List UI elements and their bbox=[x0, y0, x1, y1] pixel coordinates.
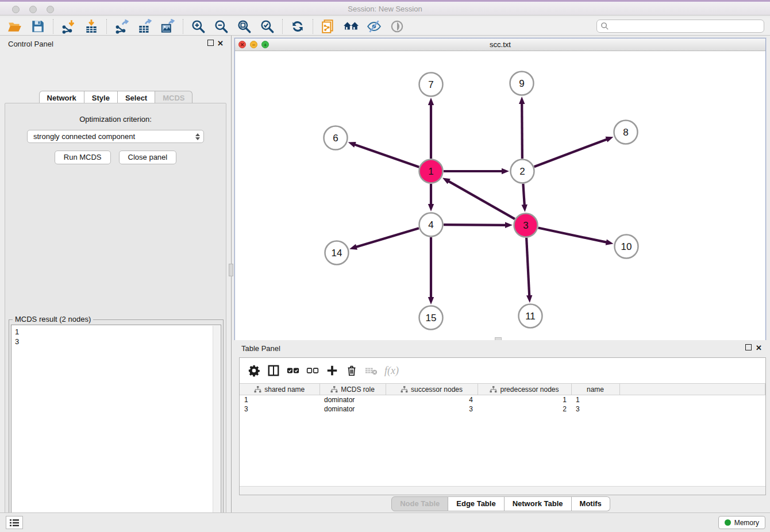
table-cell[interactable]: 3 bbox=[386, 404, 478, 414]
column-header-name[interactable]: name bbox=[571, 384, 619, 395]
show-hidden-eye-icon[interactable] bbox=[388, 18, 406, 34]
create-column-plus-icon[interactable] bbox=[322, 361, 342, 380]
export-image-icon[interactable] bbox=[159, 18, 176, 34]
toolbar-separator bbox=[106, 19, 107, 34]
column-label: name bbox=[587, 385, 604, 394]
node-table-body: 1dominator4113dominator323 bbox=[240, 395, 765, 414]
tab-network-table[interactable]: Network Table bbox=[505, 496, 572, 511]
tab-node-table[interactable]: Node Table bbox=[391, 496, 448, 511]
graph-node-label-2: 2 bbox=[519, 166, 525, 177]
edge-arrowhead bbox=[606, 239, 614, 245]
edge-arrowhead bbox=[442, 178, 451, 184]
export-network-icon[interactable] bbox=[113, 18, 130, 34]
table-cell[interactable]: 3 bbox=[240, 404, 319, 414]
network-canvas[interactable]: 7968124314101511 bbox=[235, 51, 765, 340]
table-row[interactable]: 1dominator411 bbox=[240, 395, 765, 404]
mcds-tab-content: Optimization criterion: strongly connect… bbox=[5, 103, 226, 532]
memory-label: Memory bbox=[734, 519, 759, 527]
table-settings-gear-icon[interactable] bbox=[244, 361, 264, 380]
column-tree-icon bbox=[330, 386, 338, 393]
graph-node-label-10: 10 bbox=[621, 241, 632, 252]
graph-edge-4-3[interactable] bbox=[444, 225, 507, 225]
table-horizontal-scrollbar[interactable] bbox=[240, 486, 765, 495]
zoom-selected-icon[interactable] bbox=[259, 18, 276, 34]
table-cell[interactable]: dominator bbox=[319, 395, 386, 404]
show-all-homes-icon[interactable] bbox=[342, 18, 360, 34]
float-panel-icon[interactable] bbox=[207, 40, 214, 46]
column-header-successor-nodes[interactable]: successor nodes bbox=[386, 384, 478, 395]
node-table-header-row: shared nameMCDS rolesuccessor nodesprede… bbox=[240, 384, 765, 395]
edge-arrowhead bbox=[526, 295, 532, 303]
task-history-button[interactable] bbox=[6, 516, 23, 529]
column-tree-icon bbox=[490, 386, 497, 393]
edge-arrowhead bbox=[519, 97, 525, 104]
import-table-icon[interactable] bbox=[83, 18, 100, 34]
save-session-icon[interactable] bbox=[29, 18, 47, 34]
table-cell[interactable]: 1 bbox=[240, 395, 319, 404]
search-input[interactable] bbox=[609, 22, 764, 30]
graph-edge-3-11[interactable] bbox=[526, 238, 529, 297]
select-all-columns-icon[interactable] bbox=[283, 361, 303, 380]
table-cell[interactable]: 3 bbox=[571, 404, 619, 414]
show-column-panel-icon[interactable] bbox=[264, 361, 283, 380]
table-cell[interactable]: 1 bbox=[478, 395, 571, 404]
graph-node-label-3: 3 bbox=[523, 220, 528, 231]
memory-button[interactable]: Memory bbox=[718, 516, 765, 529]
network-graph: 7968124314101511 bbox=[235, 51, 765, 340]
delete-table-icon-disabled bbox=[361, 361, 381, 380]
float-table-panel-icon[interactable] bbox=[745, 344, 752, 350]
column-header-shared-name[interactable]: shared name bbox=[240, 384, 319, 395]
graph-edge-2-9[interactable] bbox=[522, 102, 522, 159]
graph-edge-3-10[interactable] bbox=[538, 228, 608, 243]
criterion-dropdown[interactable]: strongly connected component bbox=[27, 130, 204, 143]
column-label: successor nodes bbox=[411, 385, 463, 394]
zoom-in-icon[interactable] bbox=[190, 18, 207, 34]
table-cell[interactable]: dominator bbox=[319, 404, 386, 414]
hide-selected-eye-icon[interactable] bbox=[365, 18, 383, 34]
run-mcds-button[interactable]: Run MCDS bbox=[55, 151, 111, 164]
graph-node-label-7: 7 bbox=[428, 79, 433, 90]
close-table-panel-icon[interactable]: ✕ bbox=[755, 344, 763, 352]
memory-status-icon bbox=[725, 519, 731, 526]
dropdown-stepper-icon bbox=[195, 133, 200, 140]
table-cell[interactable]: 1 bbox=[571, 395, 619, 404]
graph-edge-2-3[interactable] bbox=[523, 184, 524, 206]
graph-edge-2-8[interactable] bbox=[534, 139, 609, 167]
graph-node-label-6: 6 bbox=[333, 133, 338, 144]
import-network-icon[interactable] bbox=[60, 18, 77, 34]
graph-edge-3-1[interactable] bbox=[448, 180, 515, 219]
table-cell[interactable]: 2 bbox=[478, 404, 571, 414]
graph-edge-4-14[interactable] bbox=[355, 228, 419, 247]
edge-arrowhead bbox=[428, 204, 434, 211]
mcds-result-group: MCDS result (2 nodes) 1 3 bbox=[9, 319, 224, 532]
column-label: predecessor nodes bbox=[500, 385, 559, 394]
column-header-MCDS-role[interactable]: MCDS role bbox=[319, 384, 386, 395]
tab-edge-table[interactable]: Edge Table bbox=[448, 496, 504, 511]
close-panel-button[interactable]: Close panel bbox=[119, 151, 177, 164]
zoom-out-icon[interactable] bbox=[213, 18, 230, 34]
criterion-dropdown-value: strongly connected component bbox=[33, 132, 195, 141]
table-panel-title: Table Panel bbox=[241, 344, 280, 353]
zoom-fit-icon[interactable] bbox=[236, 18, 253, 34]
column-tree-icon bbox=[401, 386, 408, 393]
table-cell[interactable]: 4 bbox=[386, 395, 478, 404]
table-row[interactable]: 3dominator323 bbox=[240, 404, 765, 414]
export-table-icon[interactable] bbox=[136, 18, 153, 34]
refresh-icon[interactable] bbox=[289, 18, 306, 34]
new-network-from-selection-icon[interactable] bbox=[319, 18, 337, 34]
graph-edge-1-6[interactable] bbox=[353, 144, 419, 167]
node-table-container: f(x) shared nameMCDS rolesuccessor nodes… bbox=[239, 357, 766, 495]
open-file-icon[interactable] bbox=[6, 18, 24, 34]
search-field[interactable] bbox=[596, 20, 764, 33]
node-table: shared nameMCDS rolesuccessor nodesprede… bbox=[240, 383, 765, 414]
close-panel-icon[interactable]: ✕ bbox=[217, 40, 224, 47]
result-scrollbar[interactable] bbox=[213, 326, 220, 532]
mcds-result-area[interactable]: 1 3 bbox=[11, 325, 221, 532]
splitter-handle-vertical[interactable] bbox=[229, 264, 233, 276]
network-window-titlebar[interactable]: ✕ − ＋ scc.txt bbox=[235, 38, 765, 51]
unselect-all-columns-icon[interactable] bbox=[303, 361, 322, 380]
tab-motifs[interactable]: Motifs bbox=[572, 496, 610, 511]
graph-node-label-1: 1 bbox=[428, 166, 433, 177]
column-header-predecessor-nodes[interactable]: predecessor nodes bbox=[478, 384, 571, 395]
delete-column-trash-icon[interactable] bbox=[342, 361, 361, 380]
